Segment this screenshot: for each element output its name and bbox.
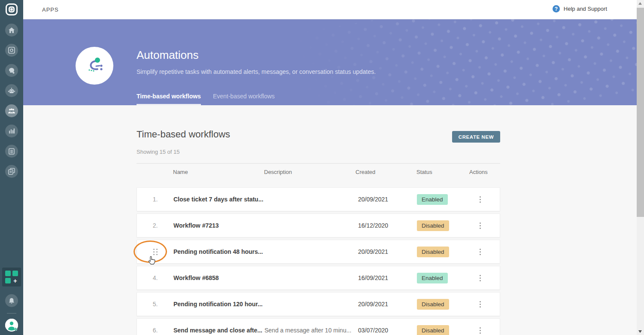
kebab-menu-icon[interactable] [476, 194, 484, 204]
notifications-bell-icon[interactable] [5, 294, 18, 307]
scroll-up-arrow-icon[interactable] [638, 2, 642, 5]
workflow-actions-cell [470, 299, 500, 309]
conversations-icon[interactable] [5, 64, 18, 77]
profile-avatar[interactable] [5, 319, 18, 332]
col-status: Status [416, 169, 469, 175]
table-row[interactable]: 2. Workflow #7213 16/12/2020 Disabled [137, 213, 500, 238]
sidebar-divider [7, 313, 16, 314]
workflow-name[interactable]: Close ticket 7 days after statu... [173, 196, 264, 203]
col-actions: Actions [469, 169, 500, 175]
notes-icon[interactable] [5, 145, 18, 158]
app-screen: + APPS ? Help and Support [0, 0, 644, 335]
workflow-created-date: 20/09/2021 [356, 248, 417, 255]
scroll-down-arrow-icon[interactable] [638, 330, 642, 333]
workflow-created-date: 16/09/2021 [356, 274, 417, 281]
row-number-cell: 2. [137, 222, 173, 229]
tab-time-based-workflows[interactable]: Time-based workflows [137, 93, 201, 105]
apps-square [5, 271, 11, 276]
workflow-description: Send a message after 10 minu... [264, 327, 356, 334]
workflow-actions-cell [470, 220, 500, 231]
col-created: Created [355, 169, 416, 175]
logo-dot [10, 8, 13, 11]
apps-plus-icon: + [12, 278, 18, 283]
workflow-created-date: 16/12/2020 [356, 222, 417, 229]
kebab-menu-icon[interactable] [476, 273, 484, 283]
status-badge: Disabled [417, 299, 449, 310]
workflow-status-cell: Disabled [417, 220, 470, 231]
row-number: 1. [153, 196, 158, 203]
vertical-scrollbar[interactable] [637, 0, 644, 335]
help-label: Help and Support [564, 6, 607, 12]
workflow-status-cell: Enabled [417, 273, 470, 283]
workflow-status-cell: Disabled [417, 247, 470, 257]
tab-event-based-workflows[interactable]: Event-based workflows [213, 93, 275, 105]
brand-logo-icon[interactable] [5, 3, 18, 16]
help-icon: ? [553, 5, 560, 12]
topbar: APPS ? Help and Support [23, 0, 637, 19]
main-content: Time-based workflows Showing 15 of 15 CR… [23, 105, 637, 335]
table-row[interactable]: 1. Close ticket 7 days after statu... 20… [137, 187, 500, 211]
row-number: 6. [153, 327, 158, 334]
workflow-status-cell: Disabled [417, 299, 470, 310]
workflow-rows: 1. Close ticket 7 days after statu... 20… [137, 187, 500, 335]
knowledge-base-icon[interactable] [5, 165, 18, 178]
col-name: Name [173, 169, 264, 175]
row-number: 4. [153, 274, 158, 281]
screen-share-icon[interactable] [5, 44, 18, 57]
notifications-wrap [5, 294, 18, 307]
apps-active-icon[interactable]: + [2, 268, 21, 286]
row-number-cell: 3. [137, 248, 173, 256]
automations-app-icon [76, 47, 113, 85]
breadcrumb: APPS [42, 6, 59, 13]
row-number: 2. [153, 222, 158, 229]
col-description: Description [264, 169, 355, 175]
sidebar-bottom: + [0, 268, 23, 332]
workflow-name[interactable]: Workflow #7213 [173, 222, 264, 229]
apps-square [12, 271, 18, 276]
table-row[interactable]: 5. Pending notification 120 hour... 20/0… [137, 292, 500, 316]
table-row[interactable]: 6. Send message and close afte... Send a… [137, 318, 500, 335]
row-number-cell: 4. [137, 274, 173, 281]
workflow-actions-cell [470, 273, 500, 283]
kebab-menu-icon[interactable] [476, 299, 484, 309]
annotation-ellipse [134, 241, 167, 263]
kebab-menu-icon[interactable] [476, 247, 484, 257]
workflow-actions-cell [470, 325, 500, 335]
home-icon[interactable] [5, 24, 18, 37]
automations-banner: Automations Simplify repetitive tasks wi… [23, 19, 637, 105]
workflow-name[interactable]: Pending notification 120 hour... [173, 301, 264, 308]
workflow-name[interactable]: Workflow #6858 [173, 274, 264, 281]
help-and-support-link[interactable]: ? Help and Support [553, 5, 607, 12]
reports-icon[interactable] [5, 125, 18, 137]
status-badge: Disabled [417, 325, 449, 335]
row-number-cell: 1. [137, 196, 173, 203]
table-row[interactable]: 4. Workflow #6858 16/09/2021 Enabled [137, 266, 500, 290]
workflow-actions-cell [470, 247, 500, 257]
workflow-status-cell: Disabled [417, 325, 470, 335]
create-new-button[interactable]: CREATE NEW [452, 131, 500, 143]
section-heading: Time-based workflows [137, 129, 230, 140]
sidebar: + [0, 0, 23, 335]
status-badge: Enabled [417, 273, 448, 283]
team-icon[interactable] [5, 104, 18, 117]
page-subtitle: Simplify repetitive tasks with automated… [137, 68, 376, 75]
banner-tabs: Time-based workflows Event-based workflo… [137, 93, 275, 105]
status-badge: Disabled [417, 247, 449, 257]
workflow-actions-cell [470, 194, 500, 204]
table-header: Name Description Created Status Actions [137, 163, 500, 175]
table-row[interactable]: 3. Pending notification 48 hours... 20/0… [137, 240, 500, 264]
workflow-created-date: 20/09/2021 [356, 301, 417, 308]
scrollbar-thumb[interactable] [637, 8, 644, 217]
drag-handle-icon[interactable] [153, 248, 158, 256]
bot-icon[interactable] [5, 84, 18, 97]
kebab-menu-icon[interactable] [476, 220, 484, 231]
workflow-created-date: 03/07/2020 [356, 327, 417, 334]
workflow-name[interactable]: Pending notification 48 hours... [173, 248, 264, 255]
workflow-name[interactable]: Send message and close afte... [173, 327, 264, 334]
row-number-cell: 5. [137, 301, 173, 308]
click-annotation [134, 241, 167, 263]
kebab-menu-icon[interactable] [476, 325, 484, 335]
status-badge: Enabled [417, 194, 448, 205]
workflow-status-cell: Enabled [417, 194, 470, 205]
sidebar-nav [5, 24, 18, 178]
